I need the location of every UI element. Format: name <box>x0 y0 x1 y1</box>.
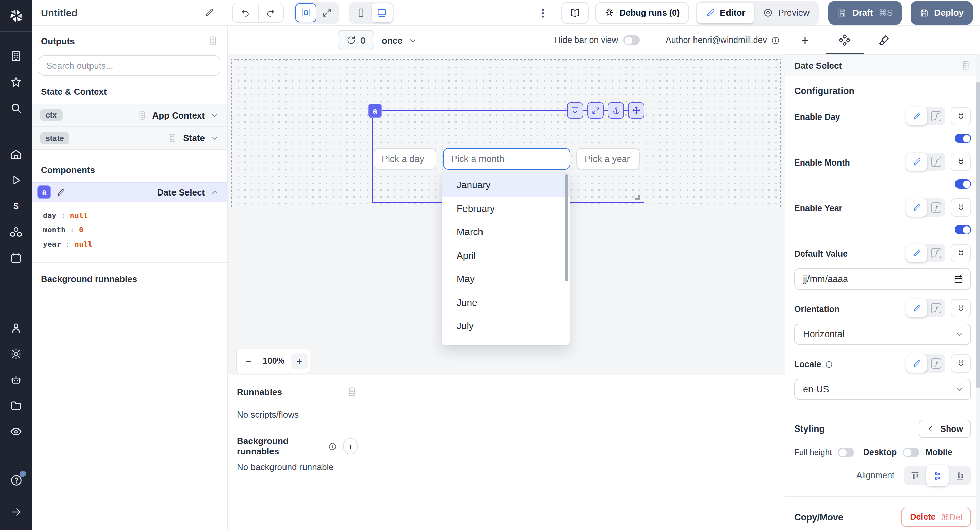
debug-runs-button[interactable]: Debug runs (0) <box>596 2 688 24</box>
anchor-icon[interactable] <box>608 102 624 118</box>
interval-select[interactable]: once <box>382 26 417 54</box>
year-input[interactable]: Pick a year <box>576 148 640 170</box>
month-option[interactable]: August <box>442 338 570 345</box>
runs-play-icon[interactable] <box>0 167 32 193</box>
align-top-icon[interactable] <box>904 466 926 485</box>
app-canvas[interactable]: a Pick a day <box>228 54 785 375</box>
home-icon[interactable] <box>0 141 32 167</box>
static-pencil-icon[interactable] <box>907 244 927 262</box>
default-value-date-input[interactable]: jj/mm/aaaa <box>794 268 971 289</box>
folders-icon[interactable] <box>0 393 32 418</box>
eval-fx-icon[interactable]: ƒ <box>927 202 945 212</box>
insert-component-tab[interactable]: + <box>785 26 825 54</box>
connect-plug-icon[interactable] <box>951 107 971 125</box>
enable-month-toggle[interactable] <box>955 179 971 189</box>
draft-button[interactable]: Draft ⌘S <box>829 1 901 24</box>
static-pencil-icon[interactable] <box>907 299 927 318</box>
desktop-view-button[interactable] <box>372 3 393 22</box>
add-bg-runnable-button[interactable]: + <box>343 438 358 454</box>
month-option[interactable]: January <box>442 173 570 196</box>
eval-fx-icon[interactable]: ƒ <box>927 303 945 313</box>
search-outputs-input[interactable]: Search outputs... <box>39 55 221 76</box>
eval-fx-icon[interactable]: ƒ <box>927 111 945 121</box>
zoom-out-button[interactable]: − <box>237 355 260 367</box>
component-chevron-up-icon[interactable] <box>210 188 219 196</box>
refresh-count-button[interactable]: 0 <box>337 30 374 50</box>
connect-plug-icon[interactable] <box>951 153 971 171</box>
align-bottom-icon[interactable] <box>949 466 971 485</box>
rename-pencil-icon[interactable] <box>204 8 215 18</box>
month-option[interactable]: April <box>442 244 570 267</box>
redo-button[interactable] <box>258 3 283 22</box>
component-row-a[interactable]: a Date Select <box>32 182 227 202</box>
state-chevron-down-icon[interactable] <box>210 134 219 142</box>
month-option[interactable]: February <box>442 196 570 220</box>
delete-component-button[interactable]: Delete ⌘Del <box>901 508 971 527</box>
state-row[interactable]: state State <box>32 127 227 150</box>
styling-show-button[interactable]: Show <box>918 420 971 438</box>
windmill-logo[interactable] <box>0 0 32 32</box>
dropdown-scrollbar[interactable] <box>565 174 568 281</box>
connect-plug-icon[interactable] <box>951 244 971 262</box>
workers-robot-icon[interactable] <box>0 367 32 393</box>
audit-eye-icon[interactable] <box>0 418 32 444</box>
hide-bar-toggle[interactable] <box>624 35 640 45</box>
enable-year-toggle[interactable] <box>955 225 971 234</box>
static-pencil-icon[interactable] <box>907 198 927 217</box>
eval-fx-icon[interactable]: ƒ <box>927 358 945 369</box>
settings-scrollbar-thumb[interactable] <box>976 82 980 388</box>
mobile-style-toggle[interactable] <box>903 448 919 457</box>
connect-plug-icon[interactable] <box>951 198 971 217</box>
workspace-icon[interactable] <box>0 43 32 69</box>
connect-plug-icon[interactable] <box>951 354 971 373</box>
settings-gear-icon[interactable] <box>0 341 32 367</box>
day-input[interactable]: Pick a day <box>374 148 436 170</box>
component-settings-tab[interactable] <box>825 26 864 54</box>
expand-down-icon[interactable] <box>567 102 583 118</box>
outputs-doc-icon[interactable] <box>208 35 218 46</box>
locale-info-icon[interactable] <box>824 360 833 369</box>
editor-tab[interactable]: Editor <box>697 2 754 23</box>
full-width-button[interactable] <box>317 3 337 22</box>
month-option[interactable]: March <box>442 220 570 244</box>
month-option[interactable]: May <box>442 267 570 291</box>
static-pencil-icon[interactable] <box>907 107 927 125</box>
connect-plug-icon[interactable] <box>951 299 971 318</box>
resources-cubes-icon[interactable] <box>0 219 32 244</box>
calendar-icon[interactable] <box>953 274 964 284</box>
full-height-toggle[interactable] <box>838 448 854 457</box>
eval-fx-icon[interactable]: ƒ <box>927 157 945 167</box>
month-input[interactable]: Pick a month <box>443 148 570 170</box>
favorites-star-icon[interactable] <box>0 69 32 95</box>
mobile-view-button[interactable] <box>350 3 372 22</box>
zoom-in-button[interactable]: + <box>291 353 308 369</box>
centered-layout-button[interactable] <box>295 3 317 22</box>
help-icon[interactable] <box>0 467 32 493</box>
component-rename-pencil-icon[interactable] <box>56 188 65 196</box>
month-option[interactable]: June <box>442 291 570 314</box>
orientation-select[interactable]: Horizontal <box>794 324 971 345</box>
align-center-icon[interactable] <box>926 465 949 486</box>
variables-dollar-icon[interactable]: $ <box>0 193 32 219</box>
move-icon[interactable] <box>628 102 644 118</box>
deploy-button[interactable]: Deploy <box>910 1 972 24</box>
static-pencil-icon[interactable] <box>907 354 927 373</box>
enable-day-toggle[interactable] <box>955 134 971 143</box>
undo-button[interactable] <box>233 3 258 22</box>
fullscreen-icon[interactable] <box>587 102 604 118</box>
settings-scrollbar-track[interactable] <box>976 54 980 530</box>
ctx-row[interactable]: ctx App Context <box>32 104 227 127</box>
static-pencil-icon[interactable] <box>907 153 927 171</box>
collapse-arrow-icon[interactable] <box>0 499 32 525</box>
schedules-calendar-icon[interactable] <box>0 244 32 270</box>
styling-brush-tab[interactable] <box>864 26 904 54</box>
runnables-doc-icon[interactable] <box>347 386 357 397</box>
docs-book-button[interactable] <box>562 2 589 24</box>
user-icon[interactable] <box>0 315 32 341</box>
preview-tab[interactable]: Preview <box>754 2 818 23</box>
more-menu-kebab-icon[interactable]: ⋮ <box>531 6 555 19</box>
locale-select[interactable]: en-US <box>794 379 971 400</box>
settings-doc-icon[interactable] <box>960 60 971 71</box>
eval-fx-icon[interactable]: ƒ <box>927 248 945 258</box>
bg-runnables-info-icon[interactable] <box>328 442 337 451</box>
